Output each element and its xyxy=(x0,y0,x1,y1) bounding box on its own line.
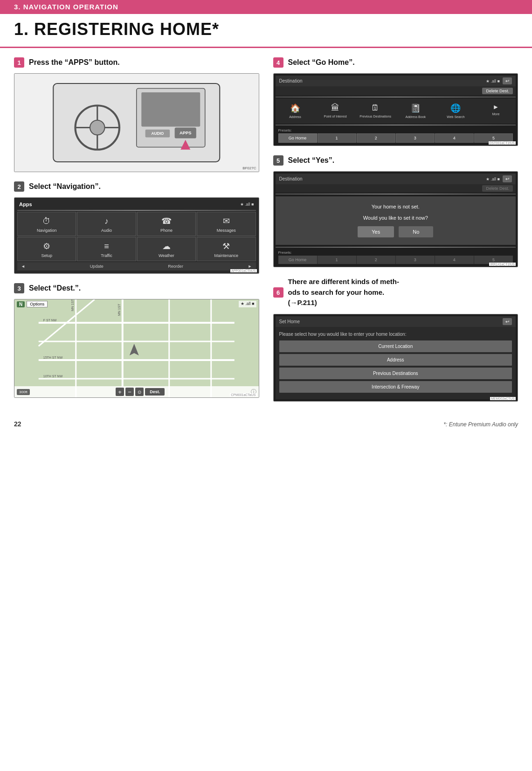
map-status: ★ .all ■ xyxy=(239,301,256,307)
setup-label: Setup xyxy=(41,253,52,258)
step-5-block: 5 Select “Yes”. Destination ★ .all ■ ↩ D… xyxy=(273,155,518,267)
app-phone[interactable]: ☎ Phone xyxy=(137,212,196,236)
yesno-back-btn[interactable]: ↩ xyxy=(503,175,512,182)
app-maintenance[interactable]: ⚒ Maintenance xyxy=(197,237,256,261)
no-button[interactable]: No xyxy=(399,226,433,237)
step-3-screen-label: CPM001aCTaUS xyxy=(230,393,256,396)
messages-icon: ✉ xyxy=(223,216,230,226)
step-6-title: There are different kinds of meth- ods t… xyxy=(288,277,399,308)
sethome-btn-address[interactable]: Address xyxy=(279,354,512,366)
yes-button[interactable]: Yes xyxy=(358,226,394,237)
sethome-btn-intersection[interactable]: Intersection & Freeway xyxy=(279,381,512,393)
svg-rect-8 xyxy=(141,92,200,127)
dest-screen: Destination ★ .all ■ ↩ Delete Dest. 🏠 xyxy=(274,74,518,146)
back-btn[interactable]: ↩ xyxy=(503,77,512,84)
preset-2[interactable]: 2 xyxy=(357,133,395,143)
svg-rect-14 xyxy=(39,299,235,397)
step-1-header: 1 Press the “APPS” button. xyxy=(14,57,259,68)
zoom-out-btn[interactable]: − xyxy=(125,388,134,396)
traffic-label: Traffic xyxy=(101,253,112,258)
map-header: N Options ★ .all ■ xyxy=(14,299,259,309)
status-stars: ★ .all ■ xyxy=(486,79,500,83)
map-north-btn[interactable]: N xyxy=(17,301,25,307)
app-traffic[interactable]: ≡ Traffic xyxy=(77,237,136,261)
right-column: 4 Select “Go Home”. Destination ★ .all ■… xyxy=(273,57,518,402)
yesno-preset-go-home[interactable]: Go Home xyxy=(278,256,317,264)
app-messages[interactable]: ✉ Messages xyxy=(197,212,256,236)
dest-button[interactable]: Dest. xyxy=(145,388,165,396)
screen-divider-5 xyxy=(276,247,516,248)
zoom-in-btn[interactable]: + xyxy=(116,388,124,396)
step-3-title: Select “Dest.”. xyxy=(29,284,81,292)
dest-icon-web-search[interactable]: 🌐 Web Search xyxy=(436,100,476,122)
step-2-screen-label: APP001aCTbUS xyxy=(230,269,257,272)
maintenance-label: Maintenance xyxy=(214,253,239,258)
step-6-screen-label: MEM002aCTUS xyxy=(490,397,516,400)
footer-prev[interactable]: ◄ xyxy=(21,264,25,269)
yesno-preset-4[interactable]: 4 xyxy=(435,256,474,264)
footer-reorder[interactable]: Reorder xyxy=(168,264,183,269)
step-4-number: 4 xyxy=(273,57,283,68)
map-options-btn[interactable]: Options xyxy=(27,301,48,307)
footer-next[interactable]: ► xyxy=(248,264,252,269)
map-svg: F ST NW 15TH ST NW 10TH ST NW MN 1ST MN … xyxy=(14,299,259,397)
step-1-title: Press the “APPS” button. xyxy=(29,58,120,67)
step-3-screenshot: F ST NW 15TH ST NW 10TH ST NW MN 1ST MN … xyxy=(14,299,259,398)
step-6-text-3: (→P.211) xyxy=(288,299,317,306)
dest-icon-poi[interactable]: 🏛 Point of Interest xyxy=(316,100,355,122)
preset-go-home[interactable]: Go Home xyxy=(278,133,317,143)
address-book-label: Address Book xyxy=(405,115,426,119)
yesno-preset-2[interactable]: 2 xyxy=(357,256,395,264)
poi-label: Point of Interest xyxy=(324,115,347,118)
yesno-buttons: Yes No xyxy=(285,226,507,237)
app-setup[interactable]: ⚙ Setup xyxy=(17,237,76,261)
yesno-line2: Would you like to set it now? xyxy=(285,215,507,221)
dest-icon-address[interactable]: 🏠 Address xyxy=(276,100,315,122)
preset-3[interactable]: 3 xyxy=(396,133,435,143)
yesno-header: Destination ★ .all ■ ↩ xyxy=(276,174,516,184)
step-5-header: 5 Select “Yes”. xyxy=(273,155,518,166)
step-5-screenshot: Destination ★ .all ■ ↩ Delete Dest. Your… xyxy=(273,171,518,267)
weather-label: Weather xyxy=(159,253,174,258)
dest-icon-more[interactable]: ► More xyxy=(476,100,516,122)
messages-label: Messages xyxy=(217,228,236,233)
address-book-icon: 📓 xyxy=(410,103,421,113)
yesno-preset-3[interactable]: 3 xyxy=(396,256,435,264)
step-3-block: 3 Select “Dest.”. xyxy=(14,283,259,398)
yesno-preset-1[interactable]: 1 xyxy=(318,256,356,264)
sethome-header: Set Home ↩ xyxy=(276,316,516,327)
footer-update[interactable]: Update xyxy=(90,264,104,269)
phone-label: Phone xyxy=(160,228,173,233)
main-content: 1 Press the “APPS” button. xyxy=(0,57,532,402)
sethome-btn-current[interactable]: Current Location xyxy=(279,340,512,352)
app-audio[interactable]: ♪ Audio xyxy=(77,212,136,236)
dest-icon-address-book[interactable]: 📓 Address Book xyxy=(396,100,435,122)
step-4-screenshot: Destination ★ .all ■ ↩ Delete Dest. 🏠 xyxy=(273,73,518,146)
dest-icon-prev-dest[interactable]: 🗓 Previous Destinations xyxy=(356,100,395,122)
yesno-delete-row: Delete Dest. xyxy=(276,184,516,193)
prev-dest-label: Previous Destinations xyxy=(359,115,391,118)
apps-screen-title: Apps xyxy=(19,201,32,207)
preset-1[interactable]: 1 xyxy=(318,133,356,143)
step-2-header: 2 Select “Navigation”. xyxy=(14,181,259,192)
delete-dest-btn[interactable]: Delete Dest. xyxy=(482,88,513,94)
sethome-back-btn[interactable]: ↩ xyxy=(503,318,512,325)
more-label: More xyxy=(492,112,499,116)
preset-4[interactable]: 4 xyxy=(435,133,474,143)
yesno-presets-section: Presets: Go Home 1 2 3 4 5 xyxy=(276,249,516,265)
yesno-presets-label: Presets: xyxy=(278,250,513,256)
yesno-delete-btn[interactable]: Delete Dest. xyxy=(482,185,513,192)
poi-icon: 🏛 xyxy=(331,103,339,113)
recenter-btn[interactable]: ⊙ xyxy=(135,388,144,396)
delete-dest-row: Delete Dest. xyxy=(276,86,516,96)
dest-icons-row: 🏠 Address 🏛 Point of Interest 🗓 Previous… xyxy=(276,98,516,124)
svg-text:APPS: APPS xyxy=(180,130,192,135)
app-weather[interactable]: ☁ Weather xyxy=(137,237,196,261)
sethome-screen: Set Home ↩ Please select how you would l… xyxy=(274,314,518,401)
step-4-header: 4 Select “Go Home”. xyxy=(273,57,518,68)
svg-text:AUDIO: AUDIO xyxy=(151,131,164,136)
sethome-btn-prev-dest[interactable]: Previous Destinations xyxy=(279,368,512,379)
yesno-dialog: Your home is not set. Would you like to … xyxy=(276,196,516,245)
more-icon: ► xyxy=(493,103,499,111)
app-navigation[interactable]: ⏱ Navigation xyxy=(17,212,76,236)
